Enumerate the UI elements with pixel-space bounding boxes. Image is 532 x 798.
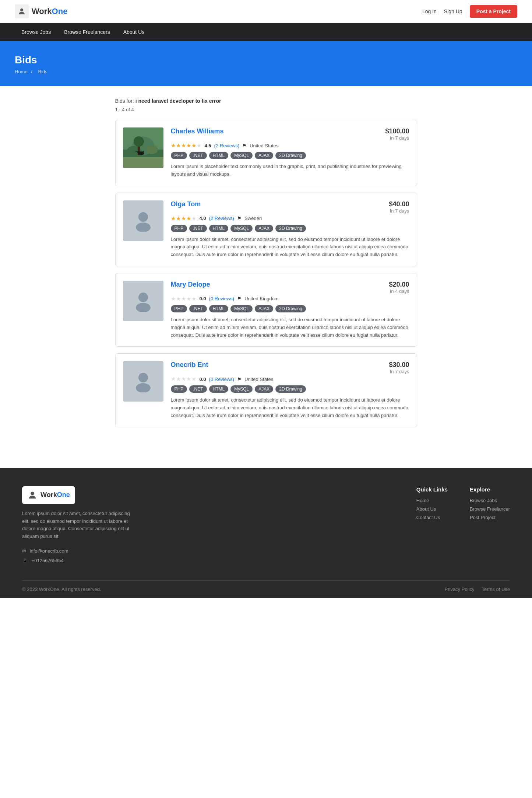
bid-reviews-link[interactable]: (0 Reviews) [209, 377, 235, 382]
svg-point-17 [136, 383, 151, 392]
bid-reviews-link[interactable]: (0 Reviews) [209, 296, 235, 301]
login-link[interactable]: Log In [422, 8, 437, 14]
bid-card: Mary Delope $20.00 In 4 days ★★★★★ 0.0 (… [115, 273, 417, 347]
svg-point-0 [20, 8, 23, 11]
bid-country: Sweden [244, 216, 262, 221]
footer-logo[interactable]: WorkOne [22, 486, 75, 504]
bid-stars: ★★★★★ [171, 376, 197, 382]
bid-stars: ★★★★★ [171, 295, 197, 302]
footer-bottom: © 2023 WorkOne. All rights reserved. Pri… [22, 580, 510, 598]
bid-tags: PHP.NETHTMLMySQLAJAX2D Drawing [171, 152, 409, 159]
bid-name[interactable]: Charles Williams [171, 127, 224, 135]
svg-point-12 [138, 212, 148, 222]
bid-rating: 0.0 [200, 377, 206, 382]
bid-price: $40.00 [389, 200, 409, 208]
bid-meta: ★★★★★★ 4.5 (2 Reviews) ⚑ United States [171, 142, 409, 149]
bid-tag: MySQL [230, 385, 253, 393]
footer-contact: ✉ info@onecrib.com 📱 +01256765654 [22, 546, 133, 566]
bid-tag: AJAX [255, 152, 273, 159]
footer-top: WorkOne Lorem ipsum dolor sit amet, cons… [22, 486, 510, 580]
bid-price-block: $100.00 In 7 days [385, 127, 409, 141]
bid-tag: HTML [209, 152, 229, 159]
footer-browse-jobs[interactable]: Browse Jobs [470, 498, 510, 503]
bid-tag: .NET [189, 305, 207, 312]
svg-point-14 [138, 293, 148, 302]
footer-email: ✉ info@onecrib.com [22, 546, 133, 556]
bid-name[interactable]: Onecrib Ent [171, 361, 208, 369]
bid-avatar [123, 281, 163, 321]
header: WorkOne Log In Sign Up Post a Project [0, 0, 532, 23]
bid-reviews-link[interactable]: (2 Reviews) [209, 216, 235, 221]
footer-explore: Explore Browse Jobs Browse Freelancer Po… [470, 486, 510, 566]
bid-body: Onecrib Ent $30.00 In 7 days ★★★★★ 0.0 (… [171, 361, 409, 419]
bid-tag: .NET [189, 152, 207, 159]
main-content: Bids for: i need laravel developer to fi… [101, 86, 432, 446]
bid-description: Lorem ipsum dolor sit amet, consectetur … [171, 396, 409, 419]
bid-name[interactable]: Olga Tom [171, 200, 201, 208]
bid-avatar [123, 200, 163, 241]
footer-link-contact[interactable]: Contact Us [416, 515, 448, 520]
bid-tag: MySQL [230, 305, 253, 312]
svg-rect-8 [123, 157, 163, 168]
nav-browse-jobs[interactable]: Browse Jobs [15, 23, 57, 41]
hero-section: Bids Home / Bids [0, 41, 532, 86]
bid-tags: PHP.NETHTMLMySQLAJAX2D Drawing [171, 305, 409, 312]
nav-about[interactable]: About Us [117, 23, 151, 41]
bid-price: $30.00 [389, 361, 409, 369]
bid-header: Onecrib Ent $30.00 In 7 days [171, 361, 409, 374]
bid-header: Charles Williams $100.00 In 7 days [171, 127, 409, 141]
bid-header: Mary Delope $20.00 In 4 days [171, 281, 409, 294]
post-project-button[interactable]: Post a Project [470, 5, 517, 18]
bid-meta: ★★★★★ 4.0 (2 Reviews) ⚑ Sweden [171, 215, 409, 222]
footer-logo-text: WorkOne [40, 491, 70, 499]
footer-browse-freelancer[interactable]: Browse Freelancer [470, 506, 510, 512]
footer-post-project[interactable]: Post Project [470, 515, 510, 520]
bid-tag: 2D Drawing [275, 152, 306, 159]
footer-brand: WorkOne Lorem ipsum dolor sit amet, cons… [22, 486, 133, 566]
copyright: © 2023 WorkOne. All rights reserved. [22, 587, 101, 592]
footer-bottom-links: Privacy Policy Terms of Use [445, 587, 510, 592]
bid-price: $20.00 [389, 281, 409, 288]
footer-quick-links: Quick Links Home About Us Contact Us [416, 486, 448, 566]
terms-of-use-link[interactable]: Terms of Use [482, 587, 510, 592]
bid-tag: .NET [189, 225, 207, 232]
bid-meta: ★★★★★ 0.0 (0 Reviews) ⚑ United States [171, 376, 409, 382]
signup-link[interactable]: Sign Up [444, 8, 462, 14]
bid-tag: PHP [171, 305, 187, 312]
bid-stars: ★★★★★★ [171, 142, 202, 149]
footer-link-home[interactable]: Home [416, 498, 448, 503]
bid-tag: AJAX [255, 225, 273, 232]
breadcrumb: Home / Bids [15, 69, 517, 74]
svg-point-18 [31, 491, 34, 495]
svg-point-7 [134, 136, 144, 147]
bid-price-block: $40.00 In 7 days [389, 200, 409, 214]
bid-tag: PHP [171, 152, 187, 159]
bid-header: Olga Tom $40.00 In 7 days [171, 200, 409, 214]
bid-tag: PHP [171, 385, 187, 393]
footer-phone: 📱 +01256765654 [22, 556, 133, 566]
footer-link-about[interactable]: About Us [416, 506, 448, 512]
logo[interactable]: WorkOne [15, 4, 67, 18]
bid-tag: HTML [209, 225, 229, 232]
privacy-policy-link[interactable]: Privacy Policy [445, 587, 475, 592]
bid-delivery: In 7 days [385, 135, 409, 141]
header-nav: Log In Sign Up Post a Project [422, 5, 517, 18]
svg-point-13 [136, 223, 151, 232]
nav-browse-freelancers[interactable]: Browse Freelancers [57, 23, 117, 41]
footer-desc: Lorem ipsum dolor sit amet, consectetur … [22, 510, 133, 540]
explore-title: Explore [470, 486, 510, 493]
svg-point-5 [147, 145, 158, 154]
bid-country: United States [250, 143, 278, 148]
bid-card: Olga Tom $40.00 In 7 days ★★★★★ 4.0 (2 R… [115, 193, 417, 266]
logo-text: WorkOne [32, 7, 67, 16]
bid-description: Lorem ipsum is placeholder text commonly… [171, 163, 409, 178]
bid-stars: ★★★★★ [171, 215, 197, 222]
bid-tag: MySQL [230, 225, 253, 232]
bids-list: Charles Williams $100.00 In 7 days ★★★★★… [115, 120, 417, 427]
breadcrumb-current: Bids [38, 69, 47, 74]
bid-rating: 0.0 [200, 296, 206, 301]
breadcrumb-home[interactable]: Home [15, 69, 28, 74]
bid-name[interactable]: Mary Delope [171, 281, 210, 288]
bid-delivery: In 7 days [389, 369, 409, 374]
bid-reviews-link[interactable]: (2 Reviews) [214, 143, 240, 148]
